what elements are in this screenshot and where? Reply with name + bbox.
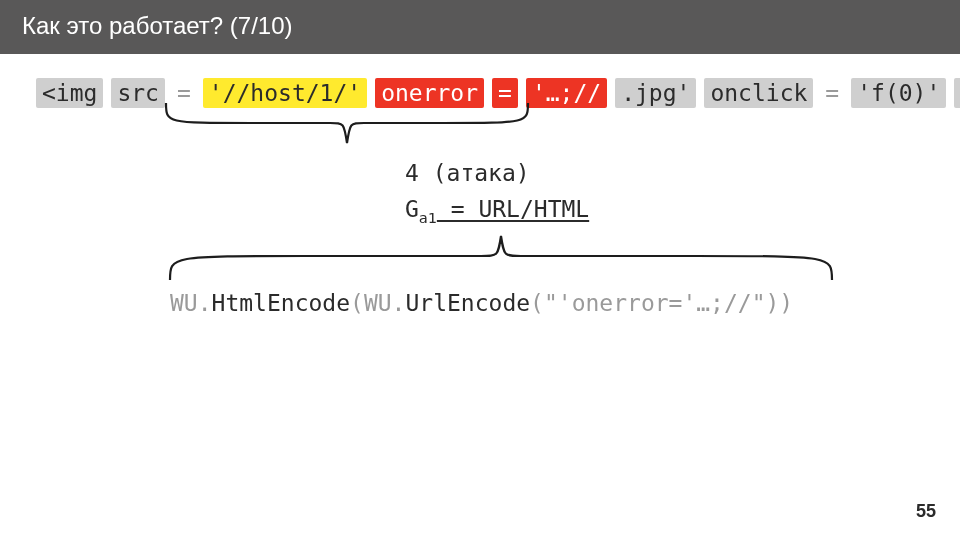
sol-string: "'onerror='…;//": [544, 290, 766, 316]
annotation-line-1: 4 (атака): [405, 156, 589, 192]
sol-lparen-2: (: [530, 290, 544, 316]
sol-dot-2: .: [392, 290, 406, 316]
sol-rparen: )): [766, 290, 794, 316]
slide: Как это работает? (7/10) <img src = '//h…: [0, 0, 960, 540]
sol-lparen-1: (: [350, 290, 364, 316]
sol-dot-1: .: [198, 290, 212, 316]
token-eq-3: =: [821, 78, 843, 108]
annotation: 4 (атака) Ga1 = URL/HTML: [405, 156, 589, 229]
solution-line: WU.HtmlEncode(WU.UrlEncode("'onerror='…;…: [170, 290, 793, 316]
page-number: 55: [916, 501, 936, 522]
annotation-line-2: Ga1 = URL/HTML: [405, 192, 589, 230]
token-onerror-value: '…;//: [526, 78, 607, 108]
slide-content: <img src = '//host/1/' onerror = '…;// .…: [0, 54, 960, 108]
token-tag-close: />: [954, 78, 960, 108]
token-attr-src: src: [111, 78, 165, 108]
sol-wu-2: WU: [364, 290, 392, 316]
token-onclick-value: 'f(0)': [851, 78, 946, 108]
brace-top: [162, 99, 532, 151]
g-sub: a1: [419, 209, 437, 227]
sol-htmlencode: HtmlEncode: [212, 290, 350, 316]
token-jpg-tail: .jpg': [615, 78, 696, 108]
sol-wu-1: WU: [170, 290, 198, 316]
slide-title: Как это работает? (7/10): [0, 0, 960, 54]
brace-bottom: [166, 232, 836, 288]
g-label: G: [405, 196, 419, 222]
sol-urlencode: UrlEncode: [405, 290, 530, 316]
token-attr-onclick: onclick: [704, 78, 813, 108]
g-rest: = URL/HTML: [437, 196, 589, 222]
token-tag-open: <img: [36, 78, 103, 108]
